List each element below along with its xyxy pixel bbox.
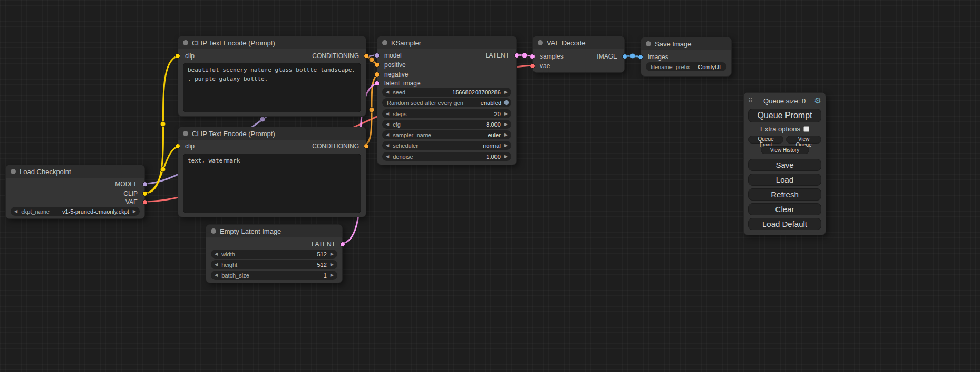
widget-width[interactable]: ◀ width 512 ▶ <box>211 250 337 259</box>
decrement-arrow-icon[interactable]: ◀ <box>215 252 218 256</box>
node-title: CLIP Text Encode (Prompt) <box>192 130 275 138</box>
collapse-toggle-icon[interactable] <box>211 228 216 234</box>
queue-prompt-button[interactable]: Queue Prompt <box>748 109 821 122</box>
input-dot-clip[interactable] <box>175 53 180 59</box>
widget-label: sampler_name <box>393 132 431 138</box>
output-dot-conditioning[interactable] <box>364 144 369 149</box>
node-load-checkpoint-title-bar[interactable]: Load Checkpoint <box>6 165 144 178</box>
decrement-arrow-icon[interactable]: ◀ <box>215 273 218 278</box>
output-dot-vae[interactable] <box>142 199 148 205</box>
widget-filename-prefix[interactable]: filename_prefix ComfyUI <box>646 62 726 71</box>
input-slot-images[interactable]: images <box>641 52 691 62</box>
increment-arrow-icon[interactable]: ▶ <box>504 133 508 137</box>
view-history-button[interactable]: View History <box>761 146 809 154</box>
output-dot-latent[interactable] <box>340 242 345 247</box>
decrement-arrow-icon[interactable]: ◀ <box>386 90 389 94</box>
decrement-arrow-icon[interactable]: ◀ <box>386 112 389 116</box>
widget-cfg[interactable]: ◀ cfg 8.000 ▶ <box>382 120 511 129</box>
increment-arrow-icon[interactable]: ▶ <box>504 144 508 148</box>
widget-random-seed-toggle[interactable]: Random seed after every gen enabled <box>382 98 511 107</box>
collapse-toggle-icon[interactable] <box>183 131 188 136</box>
decrement-arrow-icon[interactable]: ◀ <box>14 209 17 214</box>
output-slot-model[interactable]: MODEL <box>68 179 144 189</box>
positive-prompt-textarea[interactable]: beautiful scenery nature glass bottle la… <box>183 63 361 112</box>
input-dot-model[interactable] <box>374 53 380 58</box>
collapse-toggle-icon[interactable] <box>183 40 188 45</box>
input-dot-vae[interactable] <box>530 63 535 69</box>
node-clip-negative-title-bar[interactable]: CLIP Text Encode (Prompt) <box>178 127 366 140</box>
settings-gear-icon[interactable]: ⚙ <box>814 96 821 106</box>
refresh-button[interactable]: Refresh <box>748 188 821 201</box>
toggle-knob-icon[interactable] <box>503 100 509 106</box>
output-slot-vae[interactable]: VAE <box>68 197 144 207</box>
widget-height[interactable]: ◀ height 512 ▶ <box>211 260 337 269</box>
node-vae-decode[interactable]: VAE Decode samples IMAGE vae <box>532 36 625 73</box>
output-slot-latent[interactable]: LATENT <box>267 240 342 249</box>
widget-steps[interactable]: ◀ steps 20 ▶ <box>382 109 511 118</box>
collapse-toggle-icon[interactable] <box>646 41 651 46</box>
input-dot-latent-image[interactable] <box>374 81 380 86</box>
load-default-button[interactable]: Load Default <box>748 218 821 230</box>
input-dot-negative[interactable] <box>374 72 380 77</box>
output-slot-latent[interactable]: LATENT <box>440 51 516 60</box>
decrement-arrow-icon[interactable]: ◀ <box>386 144 389 148</box>
node-save-image-title-bar[interactable]: Save Image <box>641 37 731 50</box>
node-empty-latent-image[interactable]: Empty Latent Image LATENT ◀ width 512 ▶ … <box>206 224 343 283</box>
widget-scheduler[interactable]: ◀ scheduler normal ▶ <box>382 141 511 150</box>
output-slot-conditioning[interactable]: CONDITIONING <box>263 51 366 61</box>
save-button[interactable]: Save <box>748 159 821 171</box>
input-slot-vae[interactable]: vae <box>533 61 583 71</box>
node-clip-text-encode-positive[interactable]: CLIP Text Encode (Prompt) clip CONDITION… <box>178 36 366 117</box>
increment-arrow-icon[interactable]: ▶ <box>504 122 508 127</box>
input-slot-negative[interactable]: negative <box>377 70 454 79</box>
collapse-toggle-icon[interactable] <box>382 40 387 45</box>
collapse-toggle-icon[interactable] <box>11 169 16 174</box>
view-queue-button[interactable]: View Queue <box>786 136 821 144</box>
increment-arrow-icon[interactable]: ▶ <box>331 263 334 267</box>
increment-arrow-icon[interactable]: ▶ <box>331 273 334 278</box>
widget-ckpt-name[interactable]: ◀ ckpt_name v1-5-pruned-emaonly.ckpt ▶ <box>11 207 140 216</box>
node-load-checkpoint[interactable]: Load Checkpoint MODEL CLIP VAE ◀ ckpt_na… <box>5 165 145 219</box>
output-dot-image[interactable] <box>622 54 627 59</box>
comfyui-canvas[interactable]: { "colors": { "model": "#b39ddb", "clip"… <box>0 0 980 372</box>
queue-front-button[interactable]: Queue Front <box>748 136 783 144</box>
node-empty-latent-title-bar[interactable]: Empty Latent Image <box>206 225 342 237</box>
increment-arrow-icon[interactable]: ▶ <box>504 112 508 116</box>
input-dot-positive[interactable] <box>374 62 380 68</box>
increment-arrow-icon[interactable]: ▶ <box>504 155 508 159</box>
widget-sampler-name[interactable]: ◀ sampler_name euler ▶ <box>382 130 511 139</box>
collapse-toggle-icon[interactable] <box>538 40 543 45</box>
drag-handle-icon[interactable]: ⠿ <box>748 97 753 104</box>
decrement-arrow-icon[interactable]: ◀ <box>386 155 389 159</box>
input-dot-clip[interactable] <box>175 144 180 149</box>
widget-batch-size[interactable]: ◀ batch_size 1 ▶ <box>211 271 337 280</box>
input-dot-images[interactable] <box>638 54 643 60</box>
node-clip-positive-title-bar[interactable]: CLIP Text Encode (Prompt) <box>178 36 366 49</box>
load-button[interactable]: Load <box>748 174 821 186</box>
output-dot-conditioning[interactable] <box>364 53 369 59</box>
widget-seed[interactable]: ◀ seed 156680208700286 ▶ <box>382 88 511 97</box>
decrement-arrow-icon[interactable]: ◀ <box>386 133 389 137</box>
decrement-arrow-icon[interactable]: ◀ <box>215 263 218 267</box>
increment-arrow-icon[interactable]: ▶ <box>504 90 508 94</box>
decrement-arrow-icon[interactable]: ◀ <box>386 122 389 127</box>
input-dot-samples[interactable] <box>530 54 535 59</box>
increment-arrow-icon[interactable]: ▶ <box>133 209 136 214</box>
node-ksampler[interactable]: KSampler model LATENT positive negative … <box>377 36 517 165</box>
input-slot-latent-image[interactable]: latent_image <box>377 79 454 88</box>
widget-denoise[interactable]: ◀ denoise 1.000 ▶ <box>382 152 511 161</box>
output-slot-conditioning[interactable]: CONDITIONING <box>263 141 366 151</box>
node-vae-decode-title-bar[interactable]: VAE Decode <box>533 36 624 49</box>
output-dot-latent[interactable] <box>514 53 519 58</box>
output-dot-clip[interactable] <box>142 191 148 196</box>
negative-prompt-textarea[interactable]: text, watermark <box>183 154 361 213</box>
node-clip-text-encode-negative[interactable]: CLIP Text Encode (Prompt) clip CONDITION… <box>178 127 366 217</box>
clear-button[interactable]: Clear <box>748 203 821 215</box>
node-ksampler-title-bar[interactable]: KSampler <box>377 36 516 49</box>
output-dot-model[interactable] <box>142 182 148 187</box>
output-slot-image[interactable]: IMAGE <box>574 52 624 61</box>
increment-arrow-icon[interactable]: ▶ <box>331 252 334 256</box>
node-save-image[interactable]: Save Image images filename_prefix ComfyU… <box>641 37 732 77</box>
input-slot-positive[interactable]: positive <box>377 60 454 70</box>
extra-options-checkbox[interactable] <box>803 126 809 132</box>
